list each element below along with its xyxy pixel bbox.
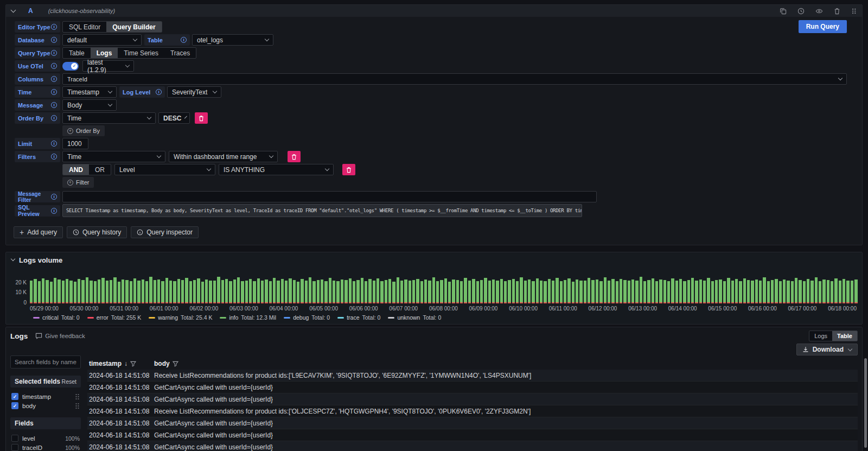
editor-type-option-query-builder[interactable]: Query Builder [106, 22, 161, 32]
drag-handle-icon[interactable] [851, 8, 857, 15]
volume-bar [783, 280, 786, 303]
sort-desc-icon[interactable]: ↓ [124, 360, 127, 367]
info-icon[interactable]: i [51, 89, 57, 95]
view-option-logs[interactable]: Logs [809, 331, 832, 341]
database-select[interactable]: default [62, 34, 142, 46]
drag-handle-icon[interactable] [75, 393, 80, 400]
info-icon[interactable]: i [51, 37, 57, 43]
filter-field-select[interactable]: Time [62, 151, 165, 162]
view-option-table[interactable]: Table [832, 331, 857, 341]
volume-bar [556, 278, 558, 303]
otel-version-value: latest (1.2.9) [87, 59, 122, 74]
or-option[interactable]: OR [89, 164, 111, 175]
add-query-button[interactable]: + Add query [14, 226, 63, 238]
query-type-option-table[interactable]: Table [63, 48, 91, 58]
selected-field-timestamp[interactable]: ✓timestamp [10, 392, 81, 401]
legend-item-critical[interactable]: criticalTotal: 0 [33, 314, 80, 321]
chevron-down-icon [848, 346, 852, 351]
info-icon[interactable]: i [51, 194, 57, 200]
remove-order-by-button[interactable] [195, 112, 208, 124]
logs-volume-header[interactable]: Logs volume [11, 255, 857, 265]
columns-multiselect[interactable]: TraceId [62, 73, 847, 85]
info-icon[interactable]: i [51, 63, 57, 69]
info-icon[interactable]: i [51, 141, 57, 147]
table-row[interactable]: 2024-06-18 14:51:08GetCartAsync called w… [87, 429, 858, 441]
info-icon[interactable]: i [51, 50, 57, 56]
trash-icon [291, 154, 297, 160]
collapse-panel-icon[interactable] [11, 257, 15, 261]
legend-item-trace[interactable]: traceTotal: 0 [337, 314, 380, 321]
eye-icon[interactable] [815, 8, 823, 15]
selected-field-body[interactable]: ✓body [10, 401, 81, 410]
remove-filter-button[interactable] [288, 151, 301, 162]
collapse-query-icon[interactable] [11, 7, 16, 12]
checkbox-unchecked-icon[interactable] [11, 435, 18, 442]
otel-version-select[interactable]: latest (1.2.9) [82, 60, 134, 72]
limit-input[interactable] [62, 138, 88, 149]
info-icon[interactable]: i [51, 154, 57, 160]
message-filter-input[interactable] [62, 191, 597, 202]
checkbox-checked-icon[interactable]: ✓ [11, 402, 18, 409]
field-traceID[interactable]: traceID100% [10, 443, 81, 451]
use-otel-toggle[interactable]: ✓ [62, 62, 79, 71]
duplicate-icon[interactable] [780, 8, 787, 15]
time-column-select[interactable]: Timestamp [62, 86, 117, 98]
and-option[interactable]: AND [63, 164, 89, 175]
field-level[interactable]: level100% [10, 434, 81, 443]
page-scrollbar[interactable] [864, 358, 867, 448]
filter-funnel-icon[interactable] [173, 361, 178, 367]
info-icon[interactable]: i [51, 76, 57, 82]
run-query-button[interactable]: Run Query [799, 20, 847, 33]
trash-icon[interactable] [834, 8, 840, 15]
query-inspector-button[interactable]: Query inspector [131, 226, 199, 238]
info-icon[interactable]: i [51, 115, 57, 121]
legend-name: trace [347, 314, 359, 321]
message-filter-row: Message Filter i [15, 191, 862, 202]
info-icon[interactable]: i [181, 37, 187, 43]
remove-filter2-button[interactable] [342, 164, 355, 175]
table-row[interactable]: 2024-06-18 14:51:08Receive ListRecommend… [87, 370, 858, 382]
editor-type-option-sql-editor[interactable]: SQL Editor [63, 22, 106, 32]
query-type-option-logs[interactable]: Logs [91, 48, 118, 58]
timestamp-column-header[interactable]: timestamp ↓ [87, 360, 154, 367]
add-filter-button[interactable]: + Filter [62, 177, 94, 188]
filter2-field-select[interactable]: Level [114, 164, 215, 175]
table-row[interactable]: 2024-06-18 14:51:08GetCartAsync called w… [87, 441, 858, 451]
table-row[interactable]: 2024-06-18 14:51:08GetCartAsync called w… [87, 417, 858, 429]
history-icon[interactable] [797, 8, 805, 15]
filter-operator-select[interactable]: Within dashboard time range [169, 151, 278, 162]
legend-item-warning[interactable]: warningTotal: 25.4 K [149, 314, 212, 321]
legend-item-unknown[interactable]: unknownTotal: 0 [388, 314, 441, 321]
legend-item-error[interactable]: errorTotal: 255 K [87, 314, 142, 321]
search-fields-input[interactable] [10, 355, 81, 369]
body-column-header[interactable]: body [154, 360, 178, 367]
legend-item-info[interactable]: infoTotal: 12.3 Mil [220, 314, 276, 321]
drag-handle-icon[interactable] [75, 403, 80, 409]
give-feedback-link[interactable]: Give feedback [35, 333, 85, 339]
filter-funnel-icon[interactable] [130, 361, 136, 367]
sql-preview-box[interactable]: SELECT Timestamp as timestamp, Body as b… [62, 204, 582, 217]
order-by-field-select[interactable]: Time [62, 112, 156, 124]
add-order-by-button[interactable]: + Order By [62, 125, 105, 136]
message-column-select[interactable]: Body [62, 99, 117, 111]
table-select[interactable]: otel_logs [192, 34, 273, 46]
download-button[interactable]: Download [796, 344, 858, 355]
checkbox-unchecked-icon[interactable] [11, 444, 18, 451]
info-icon[interactable]: i [51, 24, 57, 30]
checkbox-checked-icon[interactable]: ✓ [11, 393, 18, 400]
table-row[interactable]: 2024-06-18 14:51:08Receive ListRecommend… [87, 405, 858, 417]
volume-bar [822, 280, 825, 303]
query-type-option-time-series[interactable]: Time Series [118, 48, 164, 58]
log-level-select[interactable]: SeverityText [167, 86, 221, 98]
legend-item-debug[interactable]: debugTotal: 0 [284, 314, 330, 321]
query-history-button[interactable]: Query history [67, 226, 127, 238]
query-type-option-traces[interactable]: Traces [164, 48, 196, 58]
table-row[interactable]: 2024-06-18 14:51:08GetCartAsync called w… [87, 382, 858, 393]
info-icon[interactable]: i [156, 89, 162, 95]
table-row[interactable]: 2024-06-18 14:51:08GetCartAsync called w… [87, 393, 858, 405]
info-icon[interactable]: i [51, 102, 57, 108]
info-icon[interactable]: i [51, 208, 57, 214]
filter2-operator-select[interactable]: IS ANYTHING [219, 164, 334, 175]
reset-button[interactable]: Reset [62, 378, 76, 385]
order-by-direction-select[interactable]: DESC [158, 112, 190, 124]
